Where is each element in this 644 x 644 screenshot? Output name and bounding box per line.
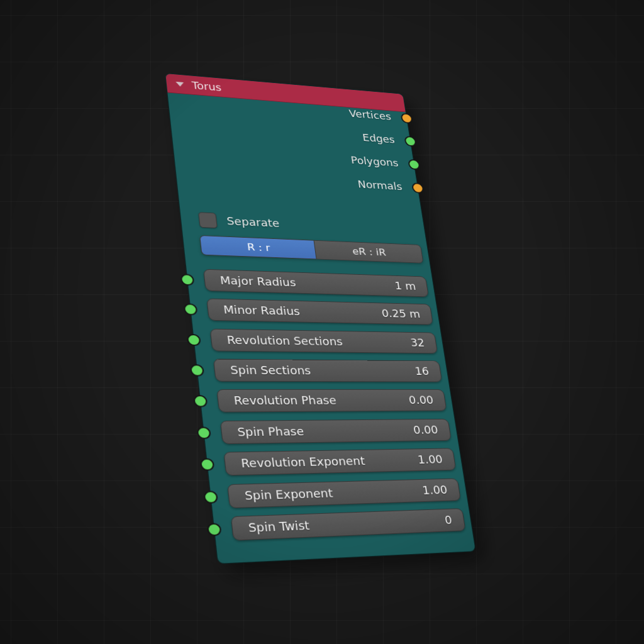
separate-label: Separate [226,215,280,230]
input-socket-spin-twist[interactable] [206,523,221,536]
slider-label: Spin Exponent [244,487,333,502]
slider-spin-phase[interactable]: Spin Phase 0.00 [220,419,452,444]
input-socket-revolution-phase[interactable] [193,395,208,408]
slider-value: 0.25 m [381,308,421,320]
slider-label: Spin Sections [230,364,311,377]
slider-value: 0.00 [408,394,435,406]
output-socket-edges[interactable] [404,135,416,147]
input-socket-spin-phase[interactable] [196,426,211,439]
input-socket-revolution-exponent[interactable] [200,458,215,470]
toggle-exterior-interior-button[interactable]: eR : iR [313,240,424,264]
slider-value: 1.00 [417,453,443,467]
slider-revolution-exponent[interactable]: Revolution Exponent 1.00 [223,448,456,475]
toggle-major-minor-button[interactable]: R : r [199,235,316,259]
slider-label: Spin Twist [248,519,310,535]
slider-label: Major Radius [219,274,297,289]
separate-checkbox[interactable] [198,212,218,228]
slider-spin-exponent[interactable]: Spin Exponent 1.00 [227,478,461,508]
torus-node[interactable]: Torus Vertices Edges Polygons Normals Se… [165,73,476,564]
slider-spin-sections[interactable]: Spin Sections 16 [213,358,442,382]
slider-major-radius[interactable]: Major Radius 1 m [203,269,429,297]
output-socket-normals[interactable] [411,182,425,194]
output-socket-polygons[interactable] [408,158,421,170]
slider-label: Revolution Sections [226,334,343,348]
slider-revolution-phase[interactable]: Revolution Phase 0.00 [216,389,447,413]
input-socket-major-radius[interactable] [180,274,194,286]
separate-row[interactable]: Separate [198,211,280,231]
output-socket-vertices[interactable] [401,113,413,124]
slider-value: 1 m [394,280,416,292]
slider-minor-radius[interactable]: Minor Radius 0.25 m [206,298,433,325]
slider-label: Spin Phase [237,425,305,439]
slider-label: Minor Radius [223,304,301,318]
slider-value: 16 [414,365,430,377]
slider-label: Revolution Phase [233,394,337,408]
slider-value: 1.00 [421,484,448,497]
radius-mode-toggle: R : r eR : iR [199,235,423,264]
input-socket-spin-exponent[interactable] [203,491,218,504]
slider-spin-twist[interactable]: Spin Twist 0 [231,508,466,541]
node-editor-canvas[interactable]: Torus Vertices Edges Polygons Normals Se… [0,0,644,644]
slider-value: 32 [409,336,425,348]
collapse-triangle-icon[interactable] [175,81,184,86]
slider-value: 0.00 [413,424,439,436]
input-socket-revolution-sections[interactable] [186,333,201,345]
slider-label: Revolution Exponent [240,455,365,470]
slider-value: 0 [444,514,453,527]
input-socket-spin-sections[interactable] [190,364,204,376]
slider-revolution-sections[interactable]: Revolution Sections 32 [210,329,438,354]
input-socket-minor-radius[interactable] [183,303,197,315]
